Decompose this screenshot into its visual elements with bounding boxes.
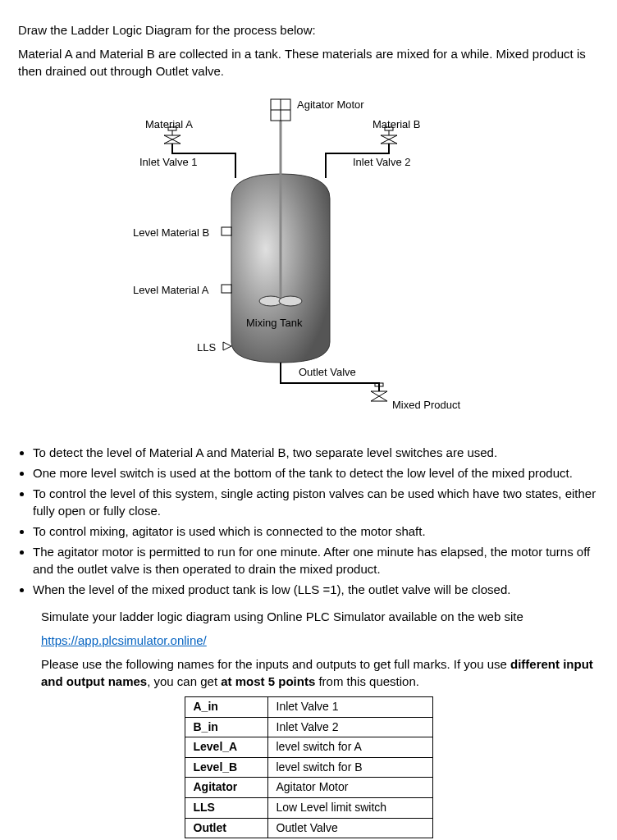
label-mixed-product: Mixed Product (392, 398, 460, 413)
label-level-b: Level Material B (133, 226, 209, 240)
label-level-a: Level Material A (133, 283, 209, 298)
table-row: B_inInlet Valve 2 (185, 717, 432, 737)
list-item: The agitator motor is permitted to run f… (33, 543, 599, 578)
label-agitator: Agitator Motor (297, 98, 364, 112)
list-item: To control mixing, agitator is used whic… (33, 523, 599, 540)
bullet-list: To detect the level of Material A and Ma… (33, 444, 599, 598)
svg-rect-10 (222, 227, 231, 235)
table-row: Level_Alevel switch for A (185, 737, 432, 758)
label-inlet-valve-1: Inlet Valve 1 (139, 155, 198, 170)
list-item: To control the level of this system, sin… (33, 485, 599, 519)
list-item: When the level of the mixed product tank… (33, 581, 599, 598)
table-row: LLSLow Level limit switch (185, 797, 432, 818)
label-material-a: Material A (145, 117, 193, 132)
label-mixing-tank: Mixing Tank (246, 316, 302, 331)
table-row: A_inInlet Valve 1 (185, 697, 432, 718)
label-outlet-valve: Outlet Valve (299, 365, 356, 380)
mixing-tank-diagram: Agitator Motor Material A Material B Inl… (67, 96, 494, 427)
list-item: To detect the level of Material A and Ma… (33, 444, 599, 461)
table-row: AgitatorAgitator Motor (185, 778, 432, 798)
svg-point-9 (279, 296, 302, 306)
simulate-text: Simulate your ladder logic diagram using… (41, 608, 599, 625)
simulator-link[interactable]: https://app.plcsimulator.online/ (41, 633, 207, 647)
label-lls: LLS (197, 340, 216, 355)
naming-instructions: Please use the following names for the i… (41, 655, 599, 690)
diagram-svg (67, 96, 494, 427)
label-inlet-valve-2: Inlet Valve 2 (353, 155, 411, 170)
svg-rect-11 (222, 285, 231, 293)
table-row: OutletOutlet Valve (185, 818, 432, 838)
intro-text: Material A and Material B are collected … (18, 45, 599, 80)
io-table: A_inInlet Valve 1 B_inInlet Valve 2 Leve… (185, 696, 433, 838)
question-title: Draw the Ladder Logic Diagram for the pr… (18, 21, 599, 39)
list-item: One more level switch is used at the bot… (33, 464, 599, 482)
table-row: Level_Blevel switch for B (185, 757, 432, 778)
label-material-b: Material B (372, 117, 421, 132)
